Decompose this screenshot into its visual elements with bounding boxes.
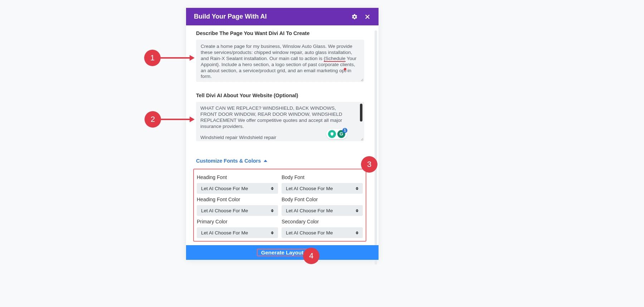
secondary-color-label: Secondary Color (282, 219, 363, 224)
body-font-select[interactable]: Let AI Choose For Me (282, 183, 363, 194)
body-font-color-value: Let AI Choose For Me (286, 208, 333, 213)
primary-color-label: Primary Color (197, 219, 278, 224)
modal-footer: Generate Layout (186, 245, 379, 260)
grammarly-g-icon: G 1 (337, 130, 345, 138)
customize-label: Customize Fonts & Colors (196, 158, 261, 164)
modal-body: Describe The Page You Want Divi AI To Cr… (186, 25, 379, 245)
ai-builder-modal: Build Your Page With AI Describe The Pag… (186, 8, 379, 260)
select-arrows-icon (271, 209, 274, 212)
secondary-color-select[interactable]: Let AI Choose For Me (282, 227, 363, 238)
close-icon[interactable] (364, 14, 371, 20)
website-text-line1: WHAT CAN WE REPLACE? WINDSHIELD, BACK WI… (200, 105, 342, 129)
website-info-textarea[interactable]: WHAT CAN WE REPLACE? WINDSHIELD, BACK WI… (196, 102, 364, 141)
select-arrows-icon (356, 187, 358, 190)
describe-page-textarea[interactable]: Create a home page for my business, Wins… (196, 40, 364, 82)
callout-1: 1 (144, 50, 161, 66)
heading-font-color-value: Let AI Choose For Me (201, 208, 248, 213)
select-arrows-icon (271, 187, 274, 190)
gear-icon[interactable] (351, 14, 358, 20)
modal-header-actions (351, 14, 371, 20)
grammarly-shield-icon (328, 130, 336, 138)
fonts-colors-panel: Heading Font Let AI Choose For Me Body F… (193, 169, 366, 242)
generate-layout-button[interactable]: Generate Layout (257, 249, 308, 256)
body-scrollbar[interactable] (375, 30, 377, 264)
callout-2-arrow (161, 119, 190, 120)
error-dot-icon (344, 68, 346, 70)
callout-2: 2 (145, 111, 161, 128)
select-arrows-icon (356, 209, 358, 212)
heading-font-color-label: Heading Font Color (197, 197, 278, 202)
body-font-color-select[interactable]: Let AI Choose For Me (282, 205, 363, 216)
heading-font-label: Heading Font (197, 174, 278, 180)
callout-1-arrow (161, 57, 190, 59)
chevron-up-icon (264, 160, 267, 162)
website-text-line2: Windshield repair Windshield repair (200, 135, 276, 140)
body-font-color-label: Body Font Color (282, 197, 363, 202)
describe-page-label: Describe The Page You Want Divi AI To Cr… (196, 30, 369, 36)
secondary-color-value: Let AI Choose For Me (286, 230, 333, 236)
select-arrows-icon (356, 231, 358, 234)
heading-font-select[interactable]: Let AI Choose For Me (197, 183, 278, 194)
grammarly-badge: 1 (342, 128, 347, 133)
heading-font-value: Let AI Choose For Me (201, 186, 248, 191)
customize-fonts-colors-toggle[interactable]: Customize Fonts & Colors (196, 158, 267, 164)
callout-4: 4 (303, 248, 319, 264)
resize-handle-icon[interactable] (360, 137, 364, 140)
grammarly-widget[interactable]: G 1 (326, 129, 347, 139)
heading-font-color-select[interactable]: Let AI Choose For Me (197, 205, 278, 216)
body-font-value: Let AI Choose For Me (286, 186, 333, 191)
resize-handle-icon[interactable] (360, 78, 364, 81)
callout-3: 3 (361, 156, 377, 173)
callout-2-arrowhead (190, 117, 195, 122)
modal-title: Build Your Page With AI (194, 13, 267, 20)
primary-color-value: Let AI Choose For Me (201, 230, 248, 236)
primary-color-select[interactable]: Let AI Choose For Me (197, 227, 278, 238)
website-info-label: Tell Divi AI About Your Website (Optiona… (196, 93, 369, 98)
body-font-label: Body Font (282, 174, 363, 180)
select-arrows-icon (271, 231, 274, 234)
modal-header: Build Your Page With AI (186, 8, 379, 25)
describe-text-underlined: {Schedule (324, 56, 346, 62)
textarea-scrollbar[interactable] (360, 104, 362, 122)
callout-1-arrowhead (190, 55, 195, 61)
